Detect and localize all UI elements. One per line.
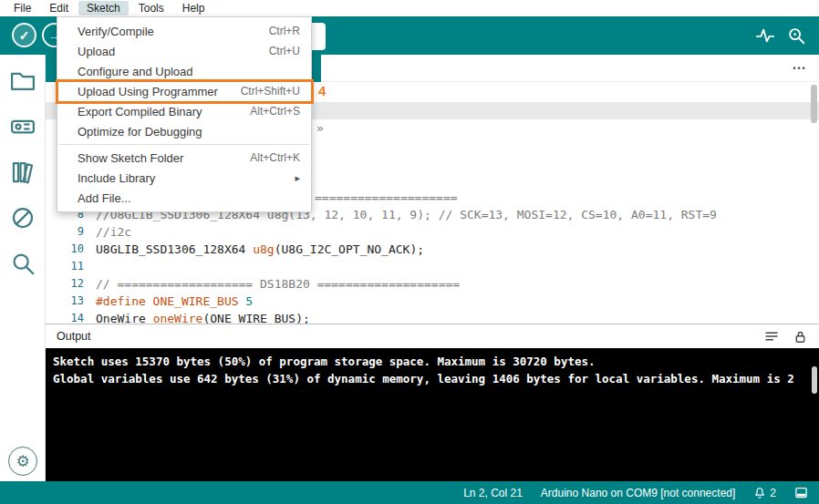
line-number: 12 xyxy=(46,275,91,293)
code-line[interactable]: 11 xyxy=(46,258,819,275)
console-scrollbar-thumb[interactable] xyxy=(812,366,817,394)
editor-scrollbar-thumb[interactable] xyxy=(811,85,817,123)
arduino-ide-window: File Edit Sketch Tools Help ✓ → xyxy=(0,0,819,504)
notification-count: 2 xyxy=(770,487,776,499)
sidebar: ⚙ xyxy=(0,55,46,481)
menu-item-verify-compile[interactable]: Verify/CompileCtrl+R xyxy=(57,21,311,41)
menu-item-include-library[interactable]: Include Library▸ xyxy=(57,168,311,188)
code-line[interactable]: 12// =================== DS18B20 =======… xyxy=(46,275,819,293)
menu-item-upload-using-programmer[interactable]: Upload Using ProgrammerCtrl+Shift+U xyxy=(57,81,311,101)
autoscroll-lock-icon[interactable] xyxy=(793,329,808,345)
verify-icon: ✓ xyxy=(19,28,30,43)
menu-sketch[interactable]: Sketch xyxy=(78,1,129,15)
verify-button[interactable]: ✓ xyxy=(12,23,36,47)
menu-item-show-sketch-folder[interactable]: Show Sketch FolderAlt+Ctrl+K xyxy=(57,148,311,168)
bell-icon xyxy=(753,487,766,499)
menu-separator xyxy=(59,144,309,145)
toggle-output-panel-icon[interactable] xyxy=(794,486,808,499)
cursor-position: Ln 2, Col 21 xyxy=(463,487,523,499)
menu-item-add-file[interactable]: Add File... xyxy=(57,188,311,208)
line-number: 13 xyxy=(46,293,91,310)
debug-icon[interactable] xyxy=(9,204,36,231)
menu-tools[interactable]: Tools xyxy=(130,1,172,15)
editor-more-actions-icon[interactable]: … xyxy=(792,57,806,73)
line-number: 14 xyxy=(46,310,91,324)
code-line[interactable]: 14OneWire oneWire(ONE_WIRE_BUS); xyxy=(46,310,819,324)
tutorial-step-number: 4 xyxy=(318,83,326,98)
code-line[interactable]: 13#define ONE_WIRE_BUS 5 xyxy=(46,293,819,310)
line-number: 10 xyxy=(46,241,91,258)
console-line: Global variables use 642 bytes (31%) of … xyxy=(53,370,812,387)
menu-file[interactable]: File xyxy=(5,1,39,15)
line-number: 11 xyxy=(46,258,91,275)
console-line: Sketch uses 15370 bytes (50%) of program… xyxy=(53,353,812,370)
menu-item-configure-and-upload[interactable]: Configure and Upload xyxy=(57,61,311,81)
serial-monitor-icon[interactable] xyxy=(786,26,806,46)
gear-icon: ⚙ xyxy=(16,452,29,471)
output-title: Output xyxy=(57,330,91,343)
menu-item-optimize-for-debugging[interactable]: Optimize for Debugging xyxy=(57,121,311,141)
clear-output-icon[interactable] xyxy=(763,328,780,345)
boards-manager-icon[interactable] xyxy=(9,113,36,140)
line-number: 9 xyxy=(46,223,91,241)
output-console: Sketch uses 15370 bytes (50%) of program… xyxy=(46,348,819,481)
menubar: File Edit Sketch Tools Help xyxy=(0,0,819,16)
menu-edit[interactable]: Edit xyxy=(41,1,77,15)
sketchbook-folder-icon[interactable] xyxy=(9,67,36,95)
menu-item-upload[interactable]: UploadCtrl+U xyxy=(57,41,311,61)
status-bar: Ln 2, Col 21 Arduino Nano on COM9 [not c… xyxy=(0,481,819,504)
serial-plotter-icon[interactable] xyxy=(755,26,775,46)
search-icon[interactable] xyxy=(9,250,36,277)
menu-item-export-compiled-binary[interactable]: Export Compiled BinaryAlt+Ctrl+S xyxy=(57,101,311,121)
code-line[interactable]: 10U8GLIB_SSD1306_128X64 u8g(U8G_I2C_OPT_… xyxy=(46,241,819,258)
library-manager-icon[interactable] xyxy=(9,159,36,186)
output-panel-header: Output xyxy=(46,324,819,348)
submenu-arrow-icon: ▸ xyxy=(295,172,300,184)
menu-help[interactable]: Help xyxy=(174,1,213,15)
sketch-menu-dropdown: Verify/CompileCtrl+R UploadCtrl+U Config… xyxy=(57,16,312,212)
board-port-status[interactable]: Arduino Nano on COM9 [not connected] xyxy=(541,487,735,499)
code-line[interactable]: 9//i2c xyxy=(46,223,819,241)
settings-button[interactable]: ⚙ xyxy=(8,447,37,476)
notifications-button[interactable]: 2 xyxy=(753,487,776,499)
